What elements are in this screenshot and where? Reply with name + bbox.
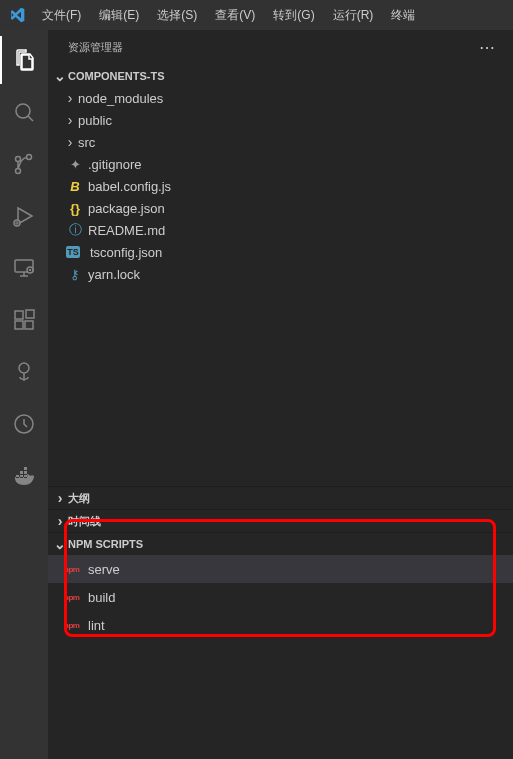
docker-icon[interactable] (0, 452, 48, 500)
ts-file-icon: TS (66, 246, 80, 258)
activity-bar (0, 30, 48, 759)
npm-script-label: build (88, 590, 115, 605)
search-icon[interactable] (0, 88, 48, 136)
npm-icon: npm (64, 593, 86, 602)
file-label: tsconfig.json (90, 245, 162, 260)
outline-label: 大纲 (68, 491, 90, 506)
svg-rect-10 (26, 310, 34, 318)
menu-go[interactable]: 转到(G) (265, 3, 322, 28)
npm-script-build[interactable]: npm build (48, 583, 513, 611)
explorer-icon[interactable] (0, 36, 48, 84)
folder-node-modules[interactable]: › node_modules (48, 87, 513, 109)
npm-scripts-panel: ⌄ NPM SCRIPTS npm serve npm build npm li… (48, 532, 513, 759)
npm-script-label: lint (88, 618, 105, 633)
svg-rect-9 (25, 321, 33, 329)
timeline-label: 时间线 (68, 514, 101, 529)
file-yarn-lock[interactable]: ⚷ yarn.lock (48, 263, 513, 285)
menu-edit[interactable]: 编辑(E) (91, 3, 147, 28)
folder-label: public (78, 113, 112, 128)
extensions-icon[interactable] (0, 296, 48, 344)
chevron-down-icon: ⌄ (52, 68, 68, 84)
chevron-right-icon: › (52, 490, 68, 506)
timeline-header[interactable]: › 时间线 (48, 510, 513, 532)
chevron-right-icon: › (62, 112, 78, 128)
menu-file[interactable]: 文件(F) (34, 3, 89, 28)
svg-rect-8 (15, 321, 23, 329)
npm-script-label: serve (88, 562, 120, 577)
file-tsconfig[interactable]: TS tsconfig.json (48, 241, 513, 263)
git-file-icon: ✦ (66, 157, 84, 172)
more-actions-icon[interactable]: ⋯ (479, 38, 497, 57)
npm-scripts-header[interactable]: ⌄ NPM SCRIPTS (48, 533, 513, 555)
menu-view[interactable]: 查看(V) (207, 3, 263, 28)
project-section-header[interactable]: ⌄ COMPONENTS-TS (48, 65, 513, 87)
file-package-json[interactable]: {} package.json (48, 197, 513, 219)
vscode-logo-icon (8, 6, 26, 24)
chevron-right-icon: › (52, 513, 68, 529)
svg-rect-7 (15, 311, 23, 319)
svg-point-0 (16, 104, 30, 118)
folder-label: node_modules (78, 91, 163, 106)
folder-src[interactable]: › src (48, 131, 513, 153)
file-label: package.json (88, 201, 165, 216)
menu-run[interactable]: 运行(R) (325, 3, 382, 28)
remote-icon[interactable] (0, 244, 48, 292)
file-tree: › node_modules › public › src ✦ .gitigno… (48, 87, 513, 486)
npm-icon: npm (64, 621, 86, 630)
menu-select[interactable]: 选择(S) (149, 3, 205, 28)
svg-point-11 (19, 363, 29, 373)
run-debug-icon[interactable] (0, 192, 48, 240)
menu-terminal[interactable]: 终端 (383, 3, 423, 28)
sidebar-header: 资源管理器 ⋯ (48, 30, 513, 65)
npm-script-lint[interactable]: npm lint (48, 611, 513, 639)
file-label: README.md (88, 223, 165, 238)
folder-label: src (78, 135, 95, 150)
gitlens-icon[interactable] (0, 348, 48, 396)
file-readme[interactable]: ⓘ README.md (48, 219, 513, 241)
outline-header[interactable]: › 大纲 (48, 487, 513, 509)
babel-file-icon: B (66, 179, 84, 194)
json-file-icon: {} (66, 201, 84, 216)
file-label: .gitignore (88, 157, 141, 172)
file-label: yarn.lock (88, 267, 140, 282)
chevron-right-icon: › (62, 134, 78, 150)
file-babel-config[interactable]: B babel.config.js (48, 175, 513, 197)
svg-point-1 (27, 155, 32, 160)
sidebar-title: 资源管理器 (68, 40, 123, 55)
chevron-down-icon: ⌄ (52, 536, 68, 552)
yarn-file-icon: ⚷ (66, 267, 84, 282)
timeline-panel: › 时间线 (48, 509, 513, 532)
info-file-icon: ⓘ (66, 221, 84, 239)
sidebar: 资源管理器 ⋯ ⌄ COMPONENTS-TS › node_modules ›… (48, 30, 513, 759)
titlebar: 文件(F) 编辑(E) 选择(S) 查看(V) 转到(G) 运行(R) 终端 (0, 0, 513, 30)
chevron-right-icon: › (62, 90, 78, 106)
source-control-icon[interactable] (0, 140, 48, 188)
file-gitignore[interactable]: ✦ .gitignore (48, 153, 513, 175)
file-label: babel.config.js (88, 179, 171, 194)
npm-icon: npm (64, 565, 86, 574)
svg-point-2 (16, 157, 21, 162)
npm-scripts-label: NPM SCRIPTS (68, 538, 143, 550)
svg-point-3 (16, 169, 21, 174)
project-name: COMPONENTS-TS (68, 70, 165, 82)
history-icon[interactable] (0, 400, 48, 448)
outline-panel: › 大纲 (48, 486, 513, 509)
folder-public[interactable]: › public (48, 109, 513, 131)
npm-script-serve[interactable]: npm serve (48, 555, 513, 583)
